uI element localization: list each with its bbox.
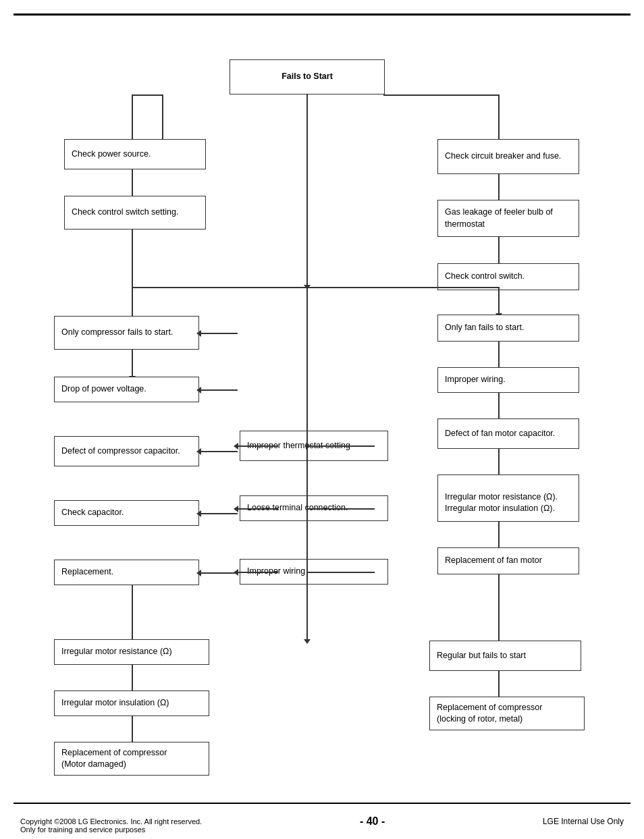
page: Fails to Start Check power source. Check… <box>0 0 644 839</box>
box-check-power: Check power source. <box>64 139 206 169</box>
box-replacement: Replacement. <box>54 560 199 585</box>
box-defect-fan: Defect of fan motor capacitor. <box>437 418 579 449</box>
footer-internal: LGE Internal Use Only <box>543 817 624 826</box>
box-check-control-switch2: Check control switch. <box>437 263 579 290</box>
footer-copyright: Copyright ©2008 LG Electronics. Inc. All… <box>20 809 202 834</box>
footer: Copyright ©2008 LG Electronics. Inc. All… <box>14 803 630 839</box>
flowchart-area: Fails to Start Check power source. Check… <box>14 26 630 795</box>
box-defect-compressor: Defect of compressor capacitor. <box>54 436 199 466</box>
box-improper-wiring-right: Improper wiring. <box>437 367 579 393</box>
box-drop-power: Drop of power voltage. <box>54 377 199 402</box>
box-replacement-compressor-bottom: Replacement of compressor (Motor damaged… <box>54 742 209 776</box>
box-regular-fails: Regular but fails to start <box>429 641 581 671</box>
box-irregular-motor-right: Irregular motor resistance (Ω). Irregula… <box>437 475 579 522</box>
box-replacement-compressor-right: Replacement of compressor (locking of ro… <box>429 697 585 730</box>
box-check-capacitor: Check capacitor. <box>54 500 199 526</box>
box-only-fan: Only fan fails to start. <box>437 315 579 342</box>
box-replacement-fan: Replacement of fan motor <box>437 547 579 574</box>
box-fails-to-start: Fails to Start <box>230 59 385 94</box>
box-check-circuit: Check circuit breaker and fuse. <box>437 139 579 174</box>
box-check-control-switch: Check control switch setting. <box>64 196 206 229</box>
box-only-compressor: Only compressor fails to start. <box>54 316 199 350</box>
top-border <box>14 13 630 16</box>
footer-page: - 40 - <box>360 815 385 828</box>
box-irregular-resistance-bottom: Irregular motor resistance (Ω) <box>54 639 209 665</box>
box-irregular-insulation-bottom: Irregular motor insulation (Ω) <box>54 691 209 716</box>
box-gas-leakage: Gas leakage of feeler bulb of thermostat <box>437 200 579 237</box>
